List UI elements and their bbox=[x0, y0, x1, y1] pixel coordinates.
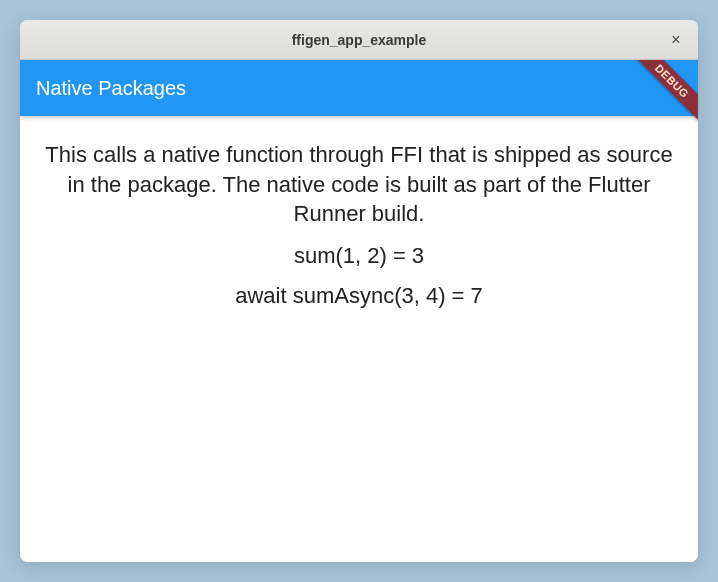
close-icon: × bbox=[671, 31, 680, 49]
debug-ribbon-label: DEBUG bbox=[630, 60, 698, 123]
titlebar: ffigen_app_example × bbox=[20, 20, 698, 60]
description-text: This calls a native function through FFI… bbox=[40, 140, 678, 229]
window-title: ffigen_app_example bbox=[292, 32, 427, 48]
sum-result-text: sum(1, 2) = 3 bbox=[294, 241, 424, 271]
appbar-title: Native Packages bbox=[36, 77, 186, 100]
close-button[interactable]: × bbox=[666, 30, 686, 50]
appbar: Native Packages DEBUG bbox=[20, 60, 698, 116]
content-area: This calls a native function through FFI… bbox=[20, 116, 698, 562]
sum-async-result-text: await sumAsync(3, 4) = 7 bbox=[235, 281, 483, 311]
app-window: ffigen_app_example × Native Packages DEB… bbox=[20, 20, 698, 562]
